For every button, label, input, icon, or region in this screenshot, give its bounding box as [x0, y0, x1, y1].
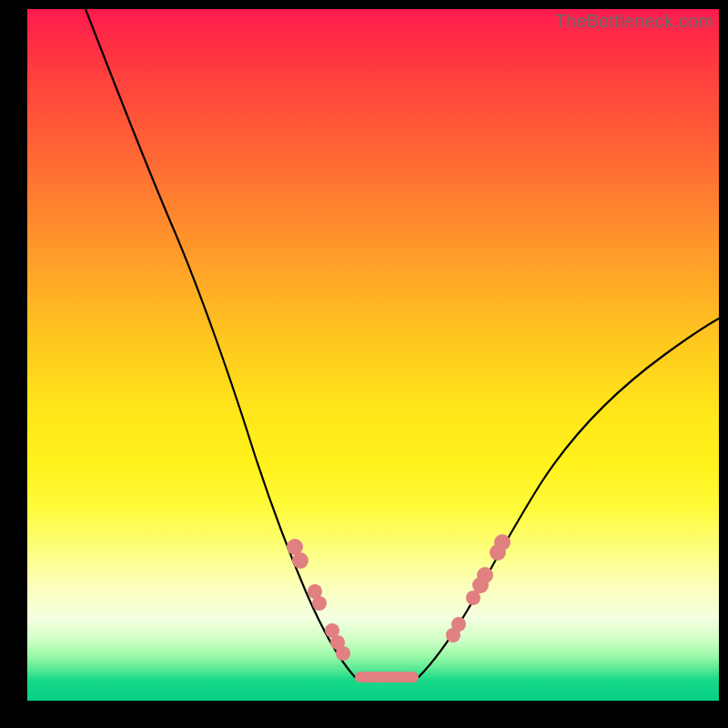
bead-left-2: [292, 552, 308, 569]
bead-left-4: [312, 596, 327, 611]
bead-left-7: [336, 646, 350, 661]
left-curve: [86, 9, 355, 677]
bead-right-7: [494, 534, 511, 551]
chart-frame: TheBottleneck.com: [0, 0, 728, 728]
bottom-dash: [355, 672, 419, 682]
plot-area: TheBottleneck.com: [27, 9, 719, 701]
curve-layer: [27, 9, 719, 701]
bead-right-2: [451, 617, 466, 632]
bead-right-5: [477, 567, 493, 583]
